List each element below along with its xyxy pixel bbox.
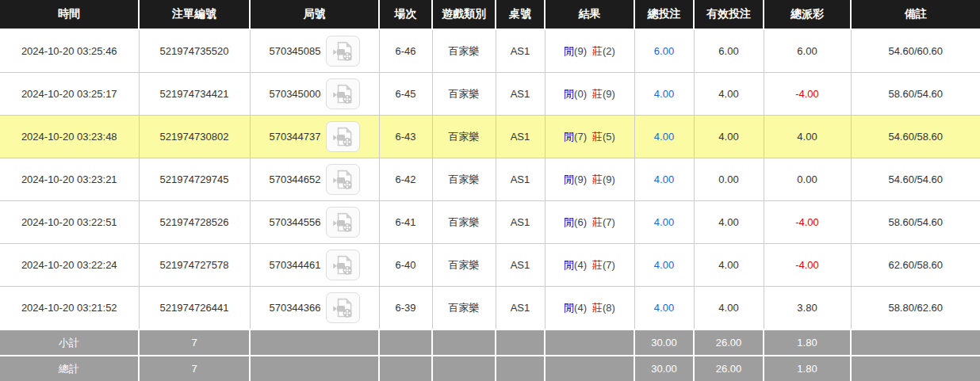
cell-result: 閒(6)莊(7)	[545, 201, 634, 244]
cell-game-type: 百家樂	[432, 73, 496, 116]
video-file-icon	[332, 126, 354, 147]
grand-total-count: 7	[139, 356, 250, 381]
bet-history-panel: 時間 注單編號 局號 場次 遊戲類別 桌號 結果 總投注 有效投注 總派彩 備註…	[0, 0, 980, 381]
round-number: 570344366	[269, 302, 320, 314]
player-result-label: 閒	[564, 131, 574, 143]
cell-total-bet: 4.00	[634, 244, 694, 287]
video-replay-button[interactable]	[326, 250, 360, 280]
table-row[interactable]: 2024-10-20 03:25:46 521974735520 5703450…	[0, 29, 980, 73]
video-replay-button[interactable]	[326, 121, 360, 152]
video-replay-button[interactable]	[326, 292, 360, 323]
cell-bet-id: 521974729745	[139, 158, 250, 201]
col-header-total-payout: 總派彩	[764, 0, 851, 29]
cell-round: 570344556	[250, 201, 379, 244]
cell-game-type: 百家樂	[432, 287, 496, 330]
player-points: (4)	[574, 259, 587, 271]
banker-points: (9)	[603, 88, 615, 100]
round-number: 570344556	[269, 216, 320, 228]
cell-result: 閒(4)莊(7)	[545, 244, 634, 287]
bet-history-table: 時間 注單編號 局號 場次 遊戲類別 桌號 結果 總投注 有效投注 總派彩 備註…	[0, 0, 980, 381]
table-row[interactable]: 2024-10-20 03:21:52 521974726441 5703443…	[0, 287, 980, 330]
cell-time: 2024-10-20 03:22:24	[0, 244, 139, 287]
cell-table-no: AS1	[496, 116, 545, 158]
table-row[interactable]: 2024-10-20 03:23:48 521974730802 5703447…	[0, 116, 980, 158]
cell-valid-bet: 6.00	[694, 29, 764, 73]
col-header-remark: 備註	[851, 0, 980, 29]
col-header-game-type: 遊戲類別	[432, 0, 496, 29]
col-header-bet-id: 注單編號	[139, 0, 250, 29]
grand-total-row: 總計 7 30.00 26.00 1.80	[0, 356, 980, 381]
subtotal-count: 7	[139, 330, 250, 356]
cell-time: 2024-10-20 03:21:52	[0, 287, 139, 330]
cell-total-payout: -4.00	[764, 201, 851, 244]
cell-total-payout: 0.00	[764, 158, 851, 201]
cell-game-type: 百家樂	[432, 244, 496, 287]
col-header-round: 局號	[250, 0, 379, 29]
cell-bet-id: 521974726441	[139, 287, 250, 330]
table-header-row: 時間 注單編號 局號 場次 遊戲類別 桌號 結果 總投注 有效投注 總派彩 備註	[0, 0, 980, 29]
grand-total-total-payout: 1.80	[764, 356, 851, 381]
cell-session: 6-40	[379, 244, 432, 287]
grand-total-valid-bet: 26.00	[694, 356, 764, 381]
grand-total-total-bet: 30.00	[634, 356, 694, 381]
banker-points: (5)	[603, 131, 615, 143]
cell-round: 570344366	[250, 287, 379, 330]
banker-points: (7)	[603, 216, 615, 228]
cell-total-payout: 3.80	[764, 287, 851, 330]
cell-result: 閒(9)莊(9)	[545, 158, 634, 201]
player-points: (4)	[574, 302, 587, 314]
video-replay-button[interactable]	[326, 78, 360, 109]
banker-result-label: 莊	[592, 216, 603, 228]
cell-game-type: 百家樂	[432, 158, 496, 201]
cell-valid-bet: 4.00	[694, 73, 764, 116]
table-row[interactable]: 2024-10-20 03:22:51 521974728526 5703445…	[0, 201, 980, 244]
subtotal-row: 小計 7 30.00 26.00 1.80	[0, 330, 980, 356]
cell-total-bet: 4.00	[634, 116, 694, 158]
video-replay-button[interactable]	[326, 207, 360, 238]
player-points: (7)	[574, 131, 587, 143]
col-header-valid-bet: 有效投注	[694, 0, 764, 29]
cell-round: 570345000	[250, 73, 379, 116]
table-body: 2024-10-20 03:25:46 521974735520 5703450…	[0, 29, 980, 330]
round-number: 570344652	[269, 173, 320, 185]
cell-bet-id: 521974727578	[139, 244, 250, 287]
cell-total-payout: 6.00	[764, 29, 851, 73]
cell-total-payout: 4.00	[764, 116, 851, 158]
cell-total-bet: 6.00	[634, 29, 694, 73]
cell-valid-bet: 4.00	[694, 116, 764, 158]
cell-table-no: AS1	[496, 73, 545, 116]
cell-table-no: AS1	[496, 287, 545, 330]
cell-time: 2024-10-20 03:23:21	[0, 158, 139, 201]
cell-session: 6-41	[379, 201, 432, 244]
cell-valid-bet: 0.00	[694, 158, 764, 201]
video-file-icon	[332, 297, 354, 318]
round-number: 570345085	[269, 45, 320, 57]
banker-result-label: 莊	[592, 302, 603, 314]
footer-empty-cell	[545, 330, 634, 356]
cell-remark: 54.60/58.60	[851, 116, 980, 158]
video-file-icon	[332, 169, 354, 190]
col-header-table-no: 桌號	[496, 0, 545, 29]
banker-result-label: 莊	[592, 88, 603, 100]
cell-result: 閒(0)莊(9)	[545, 73, 634, 116]
cell-game-type: 百家樂	[432, 116, 496, 158]
table-row[interactable]: 2024-10-20 03:22:24 521974727578 5703444…	[0, 244, 980, 287]
cell-table-no: AS1	[496, 244, 545, 287]
footer-empty-cell	[250, 330, 379, 356]
cell-remark: 62.60/58.60	[851, 244, 980, 287]
footer-empty-cell	[851, 330, 980, 356]
banker-result-label: 莊	[592, 131, 603, 143]
subtotal-valid-bet: 26.00	[694, 330, 764, 356]
player-points: (0)	[574, 88, 587, 100]
cell-session: 6-46	[379, 29, 432, 73]
cell-round: 570344461	[250, 244, 379, 287]
video-replay-button[interactable]	[326, 164, 360, 195]
table-row[interactable]: 2024-10-20 03:23:21 521974729745 5703446…	[0, 158, 980, 201]
banker-points: (8)	[603, 302, 615, 314]
video-replay-button[interactable]	[326, 36, 360, 67]
col-header-time: 時間	[0, 0, 139, 29]
table-row[interactable]: 2024-10-20 03:25:17 521974734421 5703450…	[0, 73, 980, 116]
banker-points: (7)	[603, 259, 615, 271]
cell-table-no: AS1	[496, 29, 545, 73]
footer-empty-cell	[379, 356, 432, 381]
